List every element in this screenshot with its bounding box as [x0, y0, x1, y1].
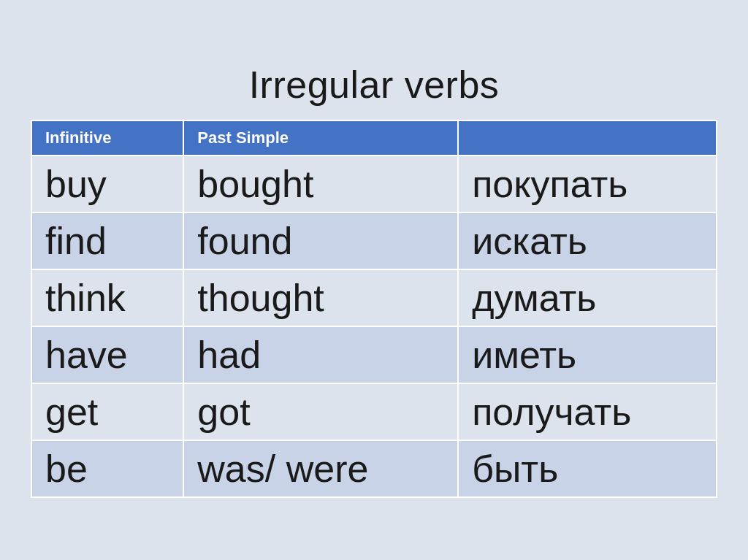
header-infinitive: Infinitive	[31, 120, 183, 156]
cell-infinitive: think	[31, 269, 183, 326]
table-wrapper: Infinitive Past Simple buyboughtпокупать…	[31, 120, 717, 498]
header-translation	[458, 120, 717, 156]
cell-translation: иметь	[458, 326, 717, 383]
table-row: buyboughtпокупать	[31, 156, 717, 212]
header-past-simple: Past Simple	[183, 120, 458, 156]
cell-infinitive: have	[31, 326, 183, 383]
irregular-verbs-table: Infinitive Past Simple buyboughtпокупать…	[31, 120, 717, 498]
cell-translation: покупать	[458, 156, 717, 212]
cell-past-simple: found	[183, 212, 458, 269]
table-row: havehadиметь	[31, 326, 717, 383]
cell-translation: получать	[458, 383, 717, 440]
cell-past-simple: thought	[183, 269, 458, 326]
table-row: findfoundискать	[31, 212, 717, 269]
cell-past-simple: was/ were	[183, 440, 458, 497]
cell-infinitive: find	[31, 212, 183, 269]
cell-translation: думать	[458, 269, 717, 326]
cell-translation: искать	[458, 212, 717, 269]
cell-past-simple: bought	[183, 156, 458, 212]
table-header-row: Infinitive Past Simple	[31, 120, 717, 156]
cell-past-simple: got	[183, 383, 458, 440]
table-row: getgotполучать	[31, 383, 717, 440]
table-row: thinkthoughtдумать	[31, 269, 717, 326]
cell-infinitive: get	[31, 383, 183, 440]
cell-past-simple: had	[183, 326, 458, 383]
cell-infinitive: buy	[31, 156, 183, 212]
table-row: bewas/ wereбыть	[31, 440, 717, 497]
page-title: Irregular verbs	[249, 63, 500, 107]
cell-infinitive: be	[31, 440, 183, 497]
cell-translation: быть	[458, 440, 717, 497]
